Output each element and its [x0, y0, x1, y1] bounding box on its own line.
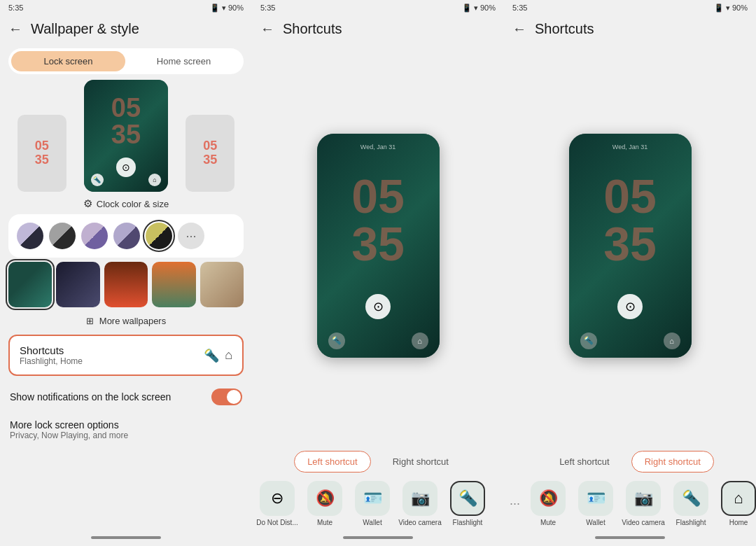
- wallet-icon: 🪪: [355, 481, 390, 516]
- bottom-pill-1: [91, 536, 161, 539]
- option-do-not-disturb[interactable]: ⊖ Do Not Dist...: [255, 481, 300, 526]
- shortcuts-subtitle: Flashlight, Home: [20, 356, 83, 366]
- option-mute[interactable]: 🔕 Mute: [302, 481, 347, 526]
- back-button-1[interactable]: ←: [8, 21, 22, 37]
- back-button-3[interactable]: ←: [512, 21, 526, 37]
- phone-left-shortcut: 🔦: [328, 332, 345, 349]
- more-wallpapers-icon: ⊞: [86, 316, 94, 326]
- wallpaper-thumb-2[interactable]: [56, 262, 99, 307]
- palette-more-button[interactable]: ···: [178, 223, 204, 249]
- status-bar-1: 5:35 📱 ▾ 90%: [0, 0, 252, 15]
- do-not-disturb-label: Do Not Dist...: [256, 519, 298, 526]
- wallet-label-3: Wallet: [586, 519, 605, 526]
- top-bar-2: ← Shortcuts: [252, 15, 504, 43]
- shortcut-tabs-3: Left shortcut Right shortcut: [504, 448, 756, 475]
- more-lock-screen-options[interactable]: More lock screen options Privacy, Now Pl…: [8, 414, 244, 446]
- back-button-2[interactable]: ←: [260, 21, 274, 37]
- option-home[interactable]: ⌂ Home: [716, 481, 756, 526]
- mute-label: Mute: [317, 519, 332, 526]
- preview-left-time: 0535: [35, 139, 49, 167]
- option-flashlight-3[interactable]: 🔦 Flashlight: [668, 481, 713, 526]
- clock-color-row[interactable]: ⚙ Clock color & size: [8, 197, 244, 210]
- palette-circle-4[interactable]: [113, 223, 140, 249]
- wallet-icon-3: 🪪: [578, 481, 613, 516]
- preview-shortcut-left: 🔦: [91, 174, 104, 186]
- tab-lock-screen[interactable]: Lock screen: [11, 51, 125, 71]
- time-2: 5:35: [260, 4, 275, 12]
- wallpaper-thumb-4[interactable]: [152, 262, 195, 307]
- page-title-1: Wallpaper & style: [31, 21, 139, 37]
- shortcuts-section[interactable]: Shortcuts Flashlight, Home 🔦 ⌂: [8, 335, 244, 376]
- video-camera-label: Video camera: [398, 519, 442, 526]
- status-bar-3: 5:35 📱 ▾ 90%: [504, 0, 756, 15]
- phone-preview-3: Wed, Jan 31 05 35 ⊙ 🔦 ⌂: [504, 43, 756, 448]
- video-camera-label-3: Video camera: [622, 519, 665, 526]
- tab-home-screen[interactable]: Home screen: [127, 51, 241, 71]
- option-flashlight[interactable]: 🔦 Flashlight: [445, 481, 490, 526]
- palette-circle-5[interactable]: [146, 223, 172, 249]
- wifi-icon: ▾: [222, 4, 226, 13]
- mute-icon-3: 🔕: [531, 481, 566, 516]
- wallpaper-thumb-3[interactable]: [104, 262, 148, 307]
- wallet-label: Wallet: [363, 519, 382, 526]
- option-mute-3[interactable]: 🔕 Mute: [526, 481, 570, 526]
- wallpaper-style-panel: 5:35 📱 ▾ 90% ← Wallpaper & style Lock sc…: [0, 0, 252, 546]
- wallpaper-thumb-1[interactable]: [8, 262, 52, 307]
- palette-circle-3[interactable]: [81, 223, 108, 249]
- more-wallpapers-button[interactable]: ⊞ More wallpapers: [8, 312, 244, 330]
- clock-color-label: Clock color & size: [97, 199, 169, 209]
- palette-circle-2[interactable]: [49, 223, 76, 249]
- bottom-bar-3: [504, 529, 756, 546]
- time-3: 5:35: [512, 4, 527, 12]
- phone-left-shortcut-3: 🔦: [580, 332, 597, 349]
- option-video-camera-3[interactable]: 📷 Video camera: [621, 481, 666, 526]
- preview-main: 0535 ⊙ 🔦 ⌂: [84, 80, 168, 192]
- flashlight-label-3: Flashlight: [676, 519, 706, 526]
- tab-switcher: Lock screen Home screen: [8, 48, 244, 74]
- phone-shortcuts-3: 🔦 ⌂: [569, 332, 692, 349]
- palette-row: ···: [8, 214, 244, 258]
- page-title-2: Shortcuts: [283, 21, 342, 37]
- phone-right-shortcut: ⌂: [412, 332, 428, 349]
- shortcut-tabs-2: Left shortcut Right shortcut: [252, 448, 504, 475]
- phone-mockup-2: Wed, Jan 31 05 35 ⊙ 🔦 ⌂: [317, 134, 440, 358]
- phone-icon: 📱: [210, 4, 220, 13]
- tab-right-shortcut-3[interactable]: Right shortcut: [631, 451, 714, 472]
- shortcut-flashlight-icon: 🔦: [204, 348, 219, 363]
- wallpaper-row: [8, 262, 244, 307]
- preview-right-time: 0535: [203, 139, 217, 167]
- option-video-camera[interactable]: 📷 Video camera: [398, 481, 442, 526]
- option-wallet-3[interactable]: 🪪 Wallet: [573, 481, 618, 526]
- palette-circle-1[interactable]: [17, 223, 43, 249]
- home-icon: ⌂: [721, 481, 756, 516]
- wifi-icon-2: ▾: [474, 4, 478, 13]
- top-bar-1: ← Wallpaper & style: [0, 15, 252, 43]
- phone-fingerprint-3: ⊙: [617, 294, 643, 319]
- shortcuts-text: Shortcuts Flashlight, Home: [20, 344, 83, 366]
- notifications-toggle[interactable]: [211, 388, 242, 405]
- shortcut-options-2: ⊖ Do Not Dist... 🔕 Mute 🪪 Wallet 📷 Video…: [252, 475, 504, 529]
- tab-left-shortcut-2[interactable]: Left shortcut: [294, 451, 371, 472]
- status-icons-1: 📱 ▾ 90%: [210, 4, 244, 13]
- phone-date-2: Wed, Jan 31: [317, 144, 440, 150]
- wifi-icon-3: ▾: [726, 4, 730, 13]
- home-label: Home: [729, 519, 748, 526]
- video-camera-icon-3: 📷: [626, 481, 661, 516]
- status-bar-2: 5:35 📱 ▾ 90%: [252, 0, 504, 15]
- preview-left: 0535: [18, 115, 66, 192]
- shortcuts-panel-right: 5:35 📱 ▾ 90% ← Shortcuts Wed, Jan 31 05 …: [504, 0, 756, 546]
- phone-time-3: 05 35: [569, 172, 692, 267]
- more-wallpapers-label: More wallpapers: [99, 316, 166, 326]
- status-icons-3: 📱 ▾ 90%: [714, 4, 748, 13]
- notifications-row: Show notifications on the lock screen: [8, 380, 244, 414]
- phone-date-3: Wed, Jan 31: [569, 144, 692, 150]
- bottom-pill-2: [343, 536, 413, 539]
- options-dots[interactable]: ···: [507, 496, 523, 511]
- wallpaper-thumb-5[interactable]: [200, 262, 244, 307]
- preview-area: 0535 0535 ⊙ 🔦 ⌂ 0535: [8, 80, 244, 192]
- more-options-subtitle: Privacy, Now Playing, and more: [10, 430, 242, 440]
- tab-right-shortcut-2[interactable]: Right shortcut: [379, 451, 462, 472]
- battery-3: 90%: [732, 4, 748, 12]
- option-wallet[interactable]: 🪪 Wallet: [350, 481, 395, 526]
- tab-left-shortcut-3[interactable]: Left shortcut: [546, 451, 623, 472]
